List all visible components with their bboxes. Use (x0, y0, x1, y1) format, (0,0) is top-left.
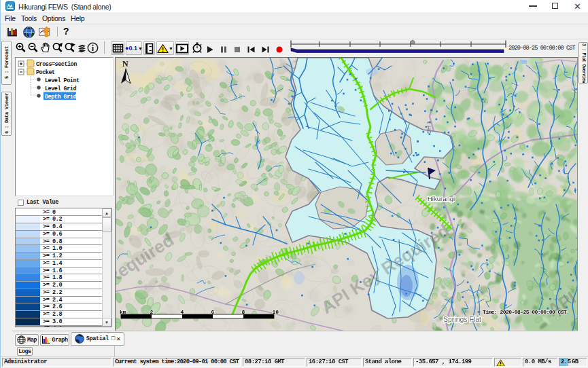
svg-text:Pocket: Pocket (36, 69, 55, 76)
svg-text:N: N (122, 59, 128, 69)
svg-text:Time: 2020-08-25 00:00:00 CST: Time: 2020-08-25 00:00:00 CST (483, 309, 567, 315)
svg-text:Level Grid: Level Grid (45, 86, 76, 92)
svg-text:Cross=section: Cross=section (36, 61, 77, 68)
svg-text:Springs Flat: Springs Flat (443, 315, 481, 323)
svg-text:Level Point: Level Point (45, 77, 80, 84)
svg-text:SH 1: SH 1 (426, 121, 432, 134)
svg-text:Depth Grid: Depth Grid (45, 94, 76, 100)
svg-text:Hikurangi: Hikurangi (428, 195, 455, 202)
